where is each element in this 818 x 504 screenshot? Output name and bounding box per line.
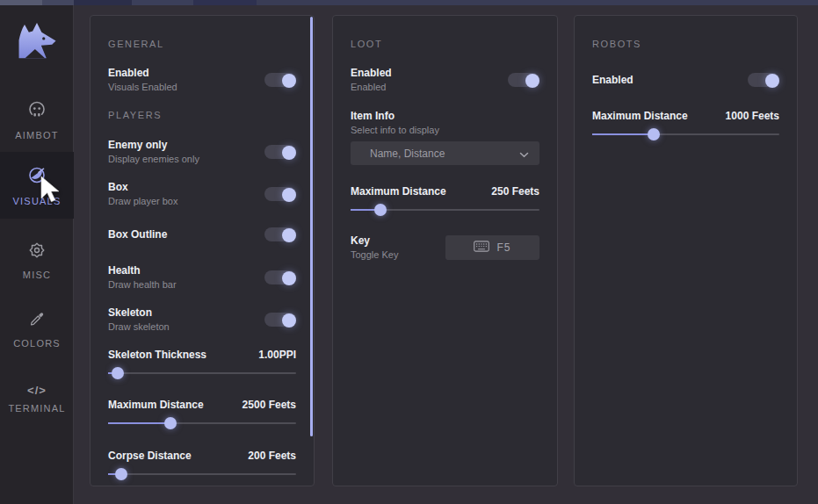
setting-row-robots-enabled: Enabled	[592, 73, 779, 87]
setting-row-robots-maximum-distance: Maximum Distance 1000 Feets	[592, 110, 779, 135]
slider-value: 250 Feets	[491, 185, 539, 198]
setting-subtitle: Enabled	[351, 81, 392, 93]
skeleton-thickness-slider[interactable]	[108, 372, 296, 374]
eyedropper-icon	[27, 309, 47, 332]
strip-segment	[132, 0, 193, 5]
setting-title: Enemy only	[108, 139, 199, 152]
sidebar-item-aimbot[interactable]: AIMBOT	[0, 86, 74, 153]
slider-value: 2500 Feets	[243, 399, 296, 411]
slider-title: Corpse Distance	[108, 450, 192, 463]
robots-panel: ROBOTS Enabled Maximum Distance 1000 Fee…	[574, 15, 798, 486]
slider-title: Maximum Distance	[351, 185, 446, 198]
setting-subtitle: Draw skeleton	[108, 320, 170, 333]
health-toggle[interactable]	[264, 270, 296, 284]
setting-subtitle: Draw player box	[108, 195, 177, 207]
robots-maximum-distance-slider[interactable]	[592, 133, 779, 135]
item-info-dropdown[interactable]: Name, Distance	[351, 141, 539, 165]
setting-row-enemy-only: Enemy only Display enemies only	[108, 139, 296, 165]
strip-segment	[193, 0, 257, 5]
sidebar-item-label: VISUALS	[13, 196, 62, 206]
robots-enabled-toggle[interactable]	[748, 73, 779, 87]
key-bind-value: F5	[496, 241, 510, 254]
sidebar-item-colors[interactable]: COLORS	[0, 295, 74, 362]
sidebar: AIMBOT VISUALS MISC COLORS	[0, 5, 74, 504]
sidebar-item-label: COLORS	[13, 338, 61, 349]
slider-knob[interactable]	[374, 204, 387, 216]
setting-title: Box	[108, 181, 177, 194]
setting-title: Key	[351, 234, 398, 248]
dropdown-selected-value: Name, Distance	[370, 148, 519, 160]
setting-title: Enabled	[351, 67, 392, 80]
setting-row-item-info: Item Info Select info to display	[351, 110, 539, 136]
slider-knob[interactable]	[112, 367, 124, 379]
slider-fill	[592, 133, 654, 135]
toggle-knob	[282, 74, 296, 88]
corpse-distance-slider[interactable]	[108, 473, 296, 475]
strip-segment	[74, 0, 132, 5]
slider-title: Maximum Distance	[108, 399, 204, 412]
setting-row-corpse-distance: Corpse Distance 200 Feets	[108, 450, 296, 475]
setting-row-loot-maximum-distance: Maximum Distance 250 Feets	[351, 185, 539, 211]
setting-subtitle: Select info to display	[351, 124, 539, 136]
setting-subtitle: Toggle Key	[351, 248, 398, 261]
panel-scrollbar[interactable]	[310, 17, 313, 436]
toggle-knob	[282, 271, 296, 285]
setting-row-skeleton: Skeleton Draw skeleton	[108, 306, 296, 333]
strip-segment	[257, 0, 818, 5]
chevron-down-icon	[519, 146, 529, 162]
slider-knob[interactable]	[164, 417, 177, 429]
toggle-knob	[282, 146, 296, 160]
enemy-only-toggle[interactable]	[264, 145, 296, 159]
maximum-distance-slider[interactable]	[108, 422, 296, 424]
code-icon: </>	[27, 384, 47, 397]
setting-subtitle: Display enemies only	[108, 153, 199, 165]
setting-title: Item Info	[351, 110, 539, 123]
toggle-knob	[282, 188, 296, 202]
loot-panel: LOOT Enabled Enabled Item Info Select in…	[332, 15, 558, 486]
loot-maximum-distance-slider[interactable]	[351, 209, 539, 211]
key-bind-button[interactable]: F5	[445, 235, 539, 260]
setting-subtitle: Visuals Enabled	[108, 81, 177, 93]
setting-title: Enabled	[108, 67, 177, 80]
setting-row-box-outline: Box Outline	[108, 227, 296, 241]
enabled-toggle[interactable]	[264, 73, 296, 87]
section-header-players: PLAYERS	[108, 110, 296, 120]
setting-subtitle: Draw health bar	[108, 278, 177, 291]
setting-row-maximum-distance: Maximum Distance 2500 Feets	[108, 399, 296, 424]
sidebar-item-terminal[interactable]: </> TERMINAL	[0, 365, 74, 432]
setting-row-loot-enabled: Enabled Enabled	[351, 67, 539, 93]
toggle-knob	[765, 74, 779, 88]
sidebar-item-label: TERMINAL	[8, 403, 65, 414]
section-header-loot: LOOT	[351, 39, 539, 49]
slider-title: Maximum Distance	[592, 110, 688, 123]
setting-row-enabled: Enabled Visuals Enabled	[108, 67, 296, 93]
background-window-edge	[0, 0, 818, 5]
box-toggle[interactable]	[264, 187, 296, 201]
box-outline-toggle[interactable]	[264, 227, 296, 241]
sidebar-item-misc[interactable]: MISC	[0, 227, 74, 293]
slider-knob[interactable]	[648, 128, 660, 140]
setting-title: Enabled	[592, 74, 633, 87]
wolf-logo	[0, 19, 74, 65]
setting-row-key: Key Toggle Key F5	[351, 234, 539, 261]
slider-fill	[108, 422, 170, 424]
skeleton-toggle[interactable]	[264, 313, 296, 327]
scope-icon	[26, 165, 47, 190]
slider-title: Skeleton Thickness	[108, 349, 206, 362]
section-header-robots: ROBOTS	[592, 39, 779, 49]
bot-face-icon	[26, 99, 47, 124]
slider-knob[interactable]	[115, 468, 127, 480]
sidebar-item-label: AIMBOT	[15, 130, 58, 140]
setting-row-box: Box Draw player box	[108, 181, 296, 207]
toggle-knob	[282, 228, 296, 242]
setting-title: Box Outline	[108, 228, 167, 241]
loot-enabled-toggle[interactable]	[508, 73, 539, 87]
slider-value: 200 Feets	[248, 450, 296, 462]
setting-row-skeleton-thickness: Skeleton Thickness 1.00PPI	[108, 349, 296, 374]
keyboard-icon	[474, 241, 489, 255]
setting-title: Skeleton	[108, 306, 170, 320]
toggle-knob	[525, 74, 539, 88]
gear-icon	[27, 241, 47, 263]
sidebar-item-visuals[interactable]: VISUALS	[0, 152, 74, 219]
slider-value: 1.00PPI	[258, 349, 296, 361]
